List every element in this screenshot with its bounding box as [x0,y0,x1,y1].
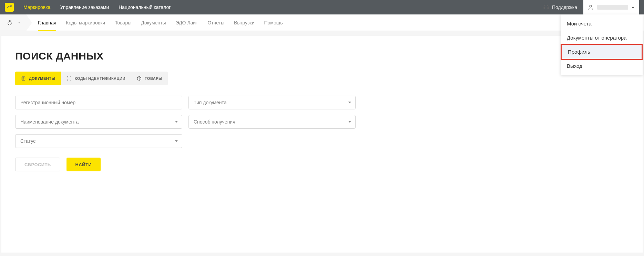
doc-name-select[interactable]: Наименование документа [15,115,182,129]
headset-icon [543,4,549,10]
category-selector[interactable] [0,14,26,31]
subnav-documents[interactable]: Документы [141,14,166,31]
svg-point-3 [11,21,12,21]
subnav: Главная Коды маркировки Товары Документы… [0,14,644,31]
topnav-item-markirovka[interactable]: Маркировка [23,4,51,10]
user-icon [587,4,594,10]
scan-icon [67,76,72,81]
chevron-down-icon [348,102,351,104]
doc-type-select[interactable]: Тип документа [188,96,356,109]
chevron-down-icon [175,140,178,142]
pill-goods[interactable]: ТОВАРЫ [131,72,168,85]
user-menu-operator-docs[interactable]: Документы от оператора [561,31,643,45]
subnav-mark-codes[interactable]: Коды маркировки [66,14,105,31]
reset-button[interactable]: СБРОСИТЬ [15,158,60,171]
search-form: Регистрационный номер Тип документа Наим… [15,96,629,148]
user-name-placeholder [597,5,628,10]
subnav-goods[interactable]: Товары [115,14,131,31]
recv-method-select[interactable]: Способ получения [188,115,356,129]
topbar-right: Поддержка [543,0,639,14]
topnav-item-catalog[interactable]: Национальный каталог [119,4,171,10]
subnav-reports[interactable]: Отчеты [208,14,224,31]
pill-id-codes[interactable]: КОДЫ ИДЕНТИФИКАЦИИ [61,72,131,85]
perfume-icon [6,19,13,26]
subnav-main[interactable]: Главная [38,14,56,31]
chevron-down-icon [18,22,21,23]
reg-number-input[interactable]: Регистрационный номер [15,96,182,109]
svg-rect-2 [9,20,10,21]
subnav-edo-lite[interactable]: ЭДО Лайт [176,14,198,31]
logo-icon [6,4,12,10]
app-logo[interactable] [5,3,14,12]
user-menu-logout[interactable]: Выход [561,59,643,73]
topnav-item-orders[interactable]: Управление заказами [60,4,109,10]
svg-point-4 [12,21,12,22]
subnav-tabs: Главная Коды маркировки Товары Документы… [26,14,283,31]
svg-point-1 [8,21,11,25]
form-actions: СБРОСИТЬ НАЙТИ [15,158,629,171]
support-link[interactable]: Поддержка [543,4,577,10]
page-title: ПОИСК ДАННЫХ [15,50,629,62]
pill-id-codes-label: КОДЫ ИДЕНТИФИКАЦИИ [75,76,125,81]
pill-documents-label: ДОКУМЕНТЫ [29,76,55,81]
status-placeholder: Статус [20,138,177,144]
cube-icon [136,76,142,81]
doc-type-placeholder: Тип документа [194,100,350,105]
doc-name-placeholder: Наименование документа [20,119,177,125]
pill-goods-label: ТОВАРЫ [145,76,162,81]
recv-method-placeholder: Способ получения [194,119,350,125]
user-menu-toggle[interactable] [583,0,639,14]
chevron-up-icon [632,7,634,8]
subnav-help[interactable]: Помощь [264,14,283,31]
chevron-down-icon [175,121,178,123]
find-button[interactable]: НАЙТИ [67,158,101,171]
reg-number-placeholder: Регистрационный номер [20,100,177,105]
user-menu-profile[interactable]: Профиль [561,44,643,60]
search-type-tabs: ДОКУМЕНТЫ КОДЫ ИДЕНТИФИКАЦИИ ТОВАРЫ [15,72,168,85]
user-dropdown: Мои счета Документы от оператора Профиль… [561,14,643,75]
document-icon [21,76,26,81]
pill-documents[interactable]: ДОКУМЕНТЫ [15,72,61,85]
topbar: Маркировка Управление заказами Националь… [0,0,644,14]
page-card: ПОИСК ДАННЫХ ДОКУМЕНТЫ КОДЫ ИДЕНТИФИКАЦИ… [1,36,643,253]
svg-point-0 [590,5,592,7]
user-menu-my-accounts[interactable]: Мои счета [561,17,643,31]
chevron-down-icon [348,121,351,123]
support-label: Поддержка [552,4,577,10]
status-select[interactable]: Статус [15,134,182,148]
subnav-exports[interactable]: Выгрузки [234,14,255,31]
